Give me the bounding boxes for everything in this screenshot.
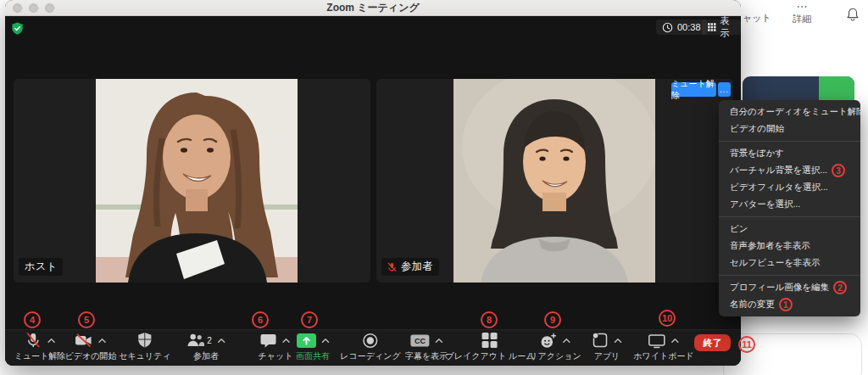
context-menu: 自分のオーディオをミュート解除ビデオの開始背景をぼかすバーチャル背景を選択...… bbox=[719, 100, 860, 316]
context-menu-section: プロフィール画像を編集2名前の変更1 bbox=[719, 275, 860, 316]
participant-name: 参加者 bbox=[401, 260, 433, 274]
toolbar-item-reactions[interactable]: リアクション bbox=[529, 332, 581, 362]
view-button[interactable]: 表示 bbox=[702, 20, 741, 35]
zoom-window: Zoom ミーティング 00:38 bbox=[5, 0, 741, 366]
apps-icon bbox=[592, 332, 609, 349]
annotation-marker-9: 9 bbox=[544, 311, 561, 328]
context-menu-item-label: アバターを選択... bbox=[730, 199, 800, 210]
annotation-marker-6: 6 bbox=[252, 311, 269, 328]
window-title: Zoom ミーティング bbox=[5, 1, 741, 15]
toolbar-item-label: 画面共有 bbox=[296, 350, 330, 362]
chevron-up-icon[interactable] bbox=[282, 338, 291, 344]
context-menu-item-label: バーチャル背景を選択... bbox=[730, 165, 827, 176]
context-menu-item[interactable]: 自分のオーディオをミュート解除 bbox=[719, 104, 860, 120]
view-label: 表示 bbox=[721, 14, 735, 40]
toolbar-item-security[interactable]: セキュリティ bbox=[119, 332, 170, 362]
toolbar-item-share[interactable]: 画面共有 bbox=[296, 332, 330, 362]
host-name: ホスト bbox=[25, 260, 57, 274]
chevron-up-icon[interactable] bbox=[98, 338, 107, 344]
context-menu-item[interactable]: 名前の変更1 bbox=[719, 296, 860, 313]
toolbar-item-captions[interactable]: CC字幕を表示 bbox=[405, 332, 448, 362]
participants-icon bbox=[186, 333, 204, 348]
annotation-marker-5: 5 bbox=[78, 311, 95, 328]
annotation-marker-7: 7 bbox=[301, 311, 318, 328]
ask-to-unmute-button[interactable]: ミュート解除 bbox=[671, 82, 716, 97]
annotation-marker-10: 10 bbox=[659, 310, 676, 327]
context-menu-item[interactable]: ピン bbox=[719, 221, 860, 238]
toolbar-item-label: セキュリティ bbox=[119, 350, 170, 362]
context-menu-item-label: 自分のオーディオをミュート解除 bbox=[730, 106, 860, 118]
context-menu-item[interactable]: セルフビューを非表示 bbox=[719, 255, 860, 271]
context-menu-item-label: ビデオフィルタを選択... bbox=[730, 182, 828, 193]
bell-icon[interactable] bbox=[845, 7, 860, 22]
tile-more-button[interactable]: ... bbox=[718, 82, 731, 97]
context-menu-item[interactable]: アバターを選択... bbox=[719, 196, 860, 213]
toolbar-item-breakout[interactable]: ブレイクアウト ルーム bbox=[446, 332, 535, 362]
screen: ャット ⋯ 詳細 Zoom ミーティング bbox=[0, 0, 868, 375]
background-more-menu[interactable]: ⋯ 詳細 bbox=[785, 2, 819, 25]
svg-text:CC: CC bbox=[414, 337, 425, 345]
context-menu-item[interactable]: プロフィール画像を編集2 bbox=[719, 279, 860, 296]
chevron-up-icon[interactable] bbox=[217, 338, 225, 344]
video-tile-host[interactable]: ホスト bbox=[14, 79, 370, 283]
grid-view-icon bbox=[708, 22, 716, 32]
toolbar-item-video[interactable]: ビデオの開始 bbox=[65, 332, 117, 362]
clock-icon bbox=[662, 22, 673, 33]
cc-icon: CC bbox=[409, 333, 429, 348]
chevron-up-icon[interactable] bbox=[47, 338, 55, 344]
toolbar-item-label: ホワイトボード bbox=[633, 350, 693, 362]
video-tile-participant[interactable]: 参加者 ミュート解除 ... bbox=[376, 79, 733, 283]
chevron-up-icon[interactable] bbox=[321, 338, 330, 344]
participant-count: 2 bbox=[207, 336, 212, 345]
annotation-marker-4: 4 bbox=[24, 311, 41, 328]
context-menu-item-label: セルフビューを非表示 bbox=[730, 257, 820, 269]
background-more-label: 詳細 bbox=[785, 13, 819, 25]
chevron-up-icon[interactable] bbox=[614, 338, 622, 344]
toolbar-item-record[interactable]: レコーディング bbox=[340, 332, 400, 362]
annotation-marker-3: 3 bbox=[832, 164, 845, 177]
chevron-up-icon[interactable] bbox=[434, 338, 442, 344]
host-name-label: ホスト bbox=[19, 258, 63, 276]
chat-icon bbox=[260, 333, 277, 349]
annotation-marker-11: 11 bbox=[738, 336, 755, 353]
toolbar-item-participants[interactable]: 2参加者 bbox=[186, 332, 225, 362]
timer-value: 00:38 bbox=[677, 22, 701, 32]
encryption-shield-icon[interactable] bbox=[11, 22, 24, 36]
context-menu-item-label: 名前の変更 bbox=[730, 299, 775, 311]
participant-video-image bbox=[453, 79, 655, 283]
toolbar-item-label: アプリ bbox=[592, 350, 622, 362]
muted-mic-icon bbox=[387, 262, 397, 272]
mic-muted-icon bbox=[24, 332, 42, 349]
reactions-icon bbox=[540, 333, 558, 349]
chevron-up-icon[interactable] bbox=[563, 338, 571, 344]
titlebar: Zoom ミーティング bbox=[5, 0, 741, 16]
share-screen-icon bbox=[297, 333, 316, 348]
toolbar-item-whiteboard[interactable]: ホワイトボード bbox=[633, 332, 693, 362]
annotation-marker-1: 1 bbox=[779, 298, 793, 311]
toolbar-item-apps[interactable]: アプリ bbox=[592, 332, 622, 362]
context-menu-item-label: 背景をぼかす bbox=[730, 148, 784, 160]
annotation-marker-2: 2 bbox=[833, 281, 847, 294]
video-off-icon bbox=[75, 332, 93, 349]
toolbar-item-label: ミュート解除 bbox=[14, 350, 66, 362]
chevron-up-icon[interactable] bbox=[671, 338, 680, 344]
toolbar-item-label: 参加者 bbox=[186, 350, 225, 362]
context-menu-item[interactable]: 音声参加者を非表示 bbox=[719, 238, 860, 255]
toolbar-item-chat[interactable]: チャット bbox=[259, 332, 293, 362]
context-menu-item-label: ピン bbox=[730, 223, 748, 235]
context-menu-section: ピン音声参加者を非表示セルフビューを非表示 bbox=[719, 216, 860, 275]
toolbar-item-label: リアクション bbox=[529, 350, 581, 362]
host-video-image bbox=[96, 79, 298, 283]
context-menu-item[interactable]: 背景をぼかす bbox=[719, 145, 860, 162]
background-tab-chat[interactable]: ャット bbox=[743, 12, 771, 25]
toolbar-item-mute[interactable]: ミュート解除 bbox=[14, 332, 66, 362]
context-menu-item-label: ビデオの開始 bbox=[730, 123, 784, 135]
context-menu-item[interactable]: ビデオの開始 bbox=[719, 120, 860, 137]
context-menu-item[interactable]: バーチャル背景を選択...3 bbox=[719, 162, 860, 179]
annotation-marker-8: 8 bbox=[481, 311, 498, 328]
participant-name-label: 参加者 bbox=[381, 258, 439, 276]
context-menu-item-label: 音声参加者を非表示 bbox=[730, 240, 810, 252]
context-menu-item[interactable]: ビデオフィルタを選択... bbox=[719, 179, 860, 196]
end-meeting-button[interactable]: 終了 bbox=[694, 334, 731, 351]
context-menu-item-label: プロフィール画像を編集 bbox=[730, 282, 829, 294]
